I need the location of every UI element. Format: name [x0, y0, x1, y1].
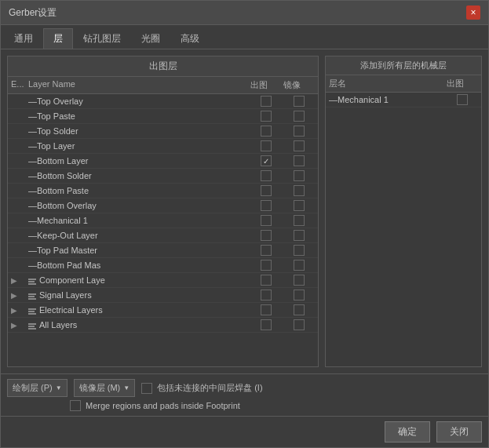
svg-rect-8 [28, 313, 36, 315]
main-content: 出图层 E... Layer Name 出图 镜像 —Top Overlay [1, 49, 488, 373]
output-checkbox[interactable] [261, 215, 272, 226]
table-row: —Bottom Paste [8, 184, 318, 199]
table-row: ▶ Electrical Layers [8, 303, 318, 318]
table-row: —Mechanical 1 [8, 213, 318, 228]
merge-regions-text: Merge regions and pads inside Footprint [86, 401, 240, 410]
col-output: 出图 [250, 79, 282, 91]
tab-drill[interactable]: 钻孔图层 [73, 28, 131, 49]
output-checkbox[interactable] [261, 230, 272, 241]
table-row: —Top Solder [8, 124, 318, 139]
svg-rect-3 [28, 293, 36, 295]
expand-icon[interactable]: ▶ [11, 306, 27, 315]
svg-rect-0 [28, 279, 36, 280]
output-checkbox[interactable] [261, 319, 272, 330]
bottom-row1: 绘制层 (P) ▼ 镜像层 (M) ▼ 包括未连接的中间层焊盘 (I) [7, 379, 482, 397]
mirror-checkbox[interactable] [294, 170, 305, 181]
layer-name: —Bottom Overlay [28, 201, 249, 210]
table-row: —Top Pad Master [8, 243, 318, 258]
layer-table-body: —Top Overlay —Top Paste —Top Solder [8, 94, 318, 366]
right-table-header: 层名 出图 [326, 75, 481, 93]
layer-name: —Bottom Paste [28, 186, 249, 195]
mech-output-checkbox[interactable] [457, 94, 468, 105]
draw-layer-arrow-icon: ▼ [56, 384, 62, 392]
svg-rect-7 [28, 311, 35, 312]
output-checkbox[interactable] [261, 275, 272, 286]
mirror-checkbox[interactable] [294, 215, 305, 226]
table-row: —Top Paste [8, 109, 318, 124]
output-checkbox[interactable] [261, 185, 272, 196]
output-checkbox[interactable] [261, 126, 272, 137]
mirror-layer-label: 镜像层 (M) [79, 382, 121, 394]
mirror-checkbox[interactable] [294, 245, 305, 256]
output-checkbox[interactable] [261, 200, 272, 211]
mirror-checkbox[interactable] [294, 319, 305, 330]
table-row: —Bottom Pad Mas [8, 258, 318, 273]
svg-rect-11 [28, 328, 36, 330]
merge-regions-label[interactable]: Merge regions and pads inside Footprint [70, 400, 240, 411]
output-checkbox[interactable] [261, 290, 272, 300]
left-table-header: E... Layer Name 出图 镜像 [8, 77, 318, 94]
output-checkbox[interactable] [261, 304, 272, 315]
tab-advanced[interactable]: 高级 [170, 28, 210, 49]
mirror-checkbox[interactable] [294, 126, 305, 137]
mirror-checkbox[interactable] [294, 111, 305, 122]
mirror-checkbox[interactable] [294, 260, 305, 271]
right-panel: 添加到所有层的机械层 层名 出图 —Mechanical 1 [325, 56, 482, 367]
col-expand: E... [11, 79, 27, 91]
include-unconnected-label[interactable]: 包括未连接的中间层焊盘 (I) [141, 382, 262, 394]
dialog: Gerber设置 × 通用 层 钻孔图层 光圈 高级 出图层 E... Laye… [0, 0, 489, 448]
mirror-checkbox-cell[interactable] [283, 96, 315, 107]
include-unconnected-text: 包括未连接的中间层焊盘 (I) [157, 382, 262, 394]
output-checkbox[interactable] [261, 170, 272, 181]
mirror-checkbox[interactable] [294, 96, 305, 107]
output-checkbox[interactable] [261, 260, 272, 271]
expand-icon[interactable]: ▶ [11, 276, 27, 285]
draw-layer-label: 绘制层 (P) [13, 382, 53, 394]
layer-name: Signal Layers [28, 290, 249, 300]
output-checkbox[interactable] [261, 96, 272, 107]
output-checkbox[interactable] [261, 140, 272, 151]
svg-rect-4 [28, 296, 35, 297]
svg-rect-2 [28, 283, 36, 285]
table-row: —Mechanical 1 [326, 93, 481, 107]
svg-rect-10 [28, 326, 35, 327]
right-col-output: 出图 [447, 78, 478, 89]
mirror-checkbox[interactable] [294, 185, 305, 196]
right-col-name: 层名 [329, 78, 447, 89]
expand-icon[interactable]: ▶ [11, 291, 27, 300]
table-row: —Bottom Overlay [8, 199, 318, 213]
mech-layer-name: —Mechanical 1 [329, 95, 447, 104]
footer: 确定 关闭 [1, 416, 488, 447]
draw-layer-button[interactable]: 绘制层 (P) ▼ [7, 379, 68, 397]
mirror-checkbox[interactable] [294, 200, 305, 211]
output-checkbox[interactable] [261, 245, 272, 256]
include-unconnected-checkbox[interactable] [141, 383, 152, 394]
output-checkbox-cell[interactable] [250, 96, 282, 107]
mirror-checkbox[interactable] [294, 155, 305, 166]
mirror-checkbox[interactable] [294, 304, 305, 315]
output-checkbox[interactable] [261, 111, 272, 122]
layer-name: —Top Overlay [28, 97, 249, 106]
mirror-layer-button[interactable]: 镜像层 (M) ▼ [74, 379, 135, 397]
mirror-checkbox[interactable] [294, 230, 305, 241]
table-row: ▶ Component Laye [8, 273, 318, 288]
output-checkbox[interactable] [261, 155, 272, 166]
mirror-layer-arrow-icon: ▼ [123, 384, 130, 392]
tab-general[interactable]: 通用 [4, 28, 43, 49]
tab-layers[interactable]: 层 [43, 28, 73, 49]
bottom-row2: Merge regions and pads inside Footprint [7, 400, 482, 411]
svg-rect-5 [28, 298, 36, 300]
svg-rect-1 [28, 281, 35, 282]
merge-regions-checkbox[interactable] [70, 400, 81, 411]
tab-aperture[interactable]: 光圈 [131, 28, 170, 49]
table-row: —Top Layer [8, 139, 318, 154]
mirror-checkbox[interactable] [294, 140, 305, 151]
layer-name: —Top Pad Master [28, 246, 249, 255]
close-button[interactable]: × [466, 5, 480, 20]
table-row: —Bottom Solder [8, 169, 318, 184]
mirror-checkbox[interactable] [294, 275, 305, 286]
cancel-button[interactable]: 关闭 [436, 421, 482, 443]
confirm-button[interactable]: 确定 [385, 421, 430, 443]
mirror-checkbox[interactable] [294, 290, 305, 300]
expand-icon[interactable]: ▶ [11, 321, 27, 330]
